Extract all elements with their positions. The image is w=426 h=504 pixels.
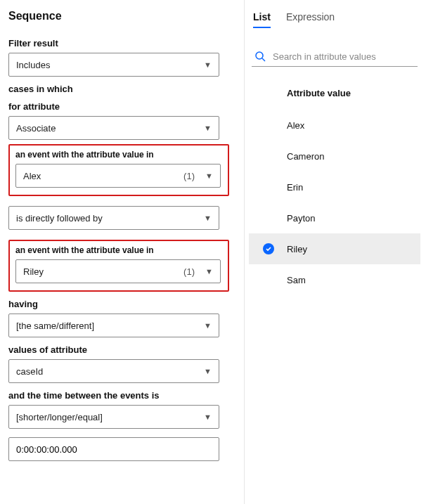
check-icon [263,243,274,254]
chevron-down-icon: ▼ [204,367,212,375]
for-attribute-label: for attribute [8,101,235,112]
list-item-label: Cameron [287,151,324,162]
event2-count: (1) [183,266,195,277]
list-item-label: Riley [287,244,307,254]
list-item-label: Sam [287,275,306,285]
sequence-panel: Sequence Filter result Includes ▼ cases … [0,0,245,504]
event1-group: an event with the attribute value in Ale… [8,144,229,196]
filter-result-select[interactable]: Includes ▼ [8,53,219,77]
time-between-value: [shorter/longer/equal] [16,412,212,422]
chevron-down-icon: ▼ [205,267,213,276]
search-input[interactable] [273,51,415,62]
list-item-label: Erin [287,182,303,193]
event1-label: an event with the attribute value in [15,150,222,160]
for-attribute-value: Associate [16,123,212,134]
list-item[interactable]: Sam [249,264,420,295]
event1-select[interactable]: Alex (1) ▼ [15,164,221,188]
for-attribute-select[interactable]: Associate ▼ [8,116,219,140]
tabs: List Expression [249,10,420,28]
chevron-down-icon: ▼ [204,321,212,330]
values-of-attribute-label: values of attribute [8,344,235,355]
list-item-label: Payton [287,213,315,224]
list-item[interactable]: Riley [249,233,420,264]
search-icon [254,51,266,62]
svg-line-1 [262,58,265,61]
attribute-header: Attribute value [249,67,420,110]
event2-label: an event with the attribute value in [15,245,222,255]
list-item-label: Alex [287,120,304,131]
having-label: having [8,299,235,309]
time-between-select[interactable]: [shorter/longer/equal] ▼ [8,405,219,429]
values-of-attribute-select[interactable]: caseId ▼ [8,359,219,383]
attribute-list: AlexCameronErinPaytonRileySam [249,110,420,295]
chevron-down-icon: ▼ [204,124,212,132]
values-of-attribute-value: caseId [16,366,212,377]
filter-result-label: Filter result [8,38,235,49]
search-row [252,46,418,67]
tab-list[interactable]: List [253,11,271,28]
list-item[interactable]: Cameron [249,141,420,172]
filter-result-value: Includes [16,60,212,70]
cases-in-which-label: cases in which [8,84,235,94]
event2-select[interactable]: Riley (1) ▼ [15,259,221,283]
chevron-down-icon: ▼ [204,413,212,421]
chevron-down-icon: ▼ [204,214,212,222]
event2-group: an event with the attribute value in Ril… [8,240,229,292]
list-item[interactable]: Alex [249,110,420,141]
duration-field[interactable] [16,444,212,455]
followed-by-value: is directly followed by [16,213,212,224]
list-item[interactable]: Payton [249,202,420,233]
duration-input[interactable] [8,437,219,461]
svg-point-0 [256,52,263,59]
check-slot [263,243,287,254]
list-item[interactable]: Erin [249,172,420,202]
attribute-panel: List Expression Attribute value AlexCame… [245,0,426,504]
time-between-label: and the time between the events is [8,390,235,401]
event1-count: (1) [183,171,195,181]
tab-expression[interactable]: Expression [286,11,335,28]
chevron-down-icon: ▼ [205,172,213,180]
having-select[interactable]: [the same/different] ▼ [8,314,219,337]
page-title: Sequence [8,10,235,22]
chevron-down-icon: ▼ [204,60,212,69]
followed-by-select[interactable]: is directly followed by ▼ [8,206,219,230]
having-value: [the same/different] [16,321,212,331]
